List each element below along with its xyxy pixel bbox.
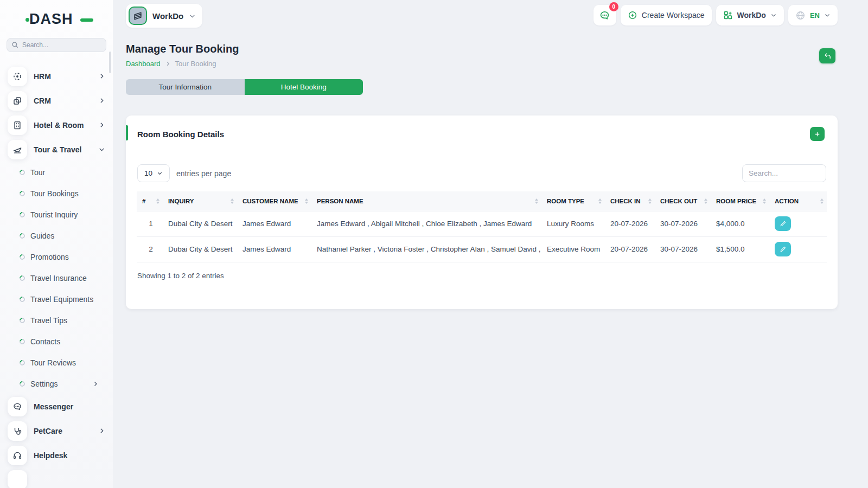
col-header-customer-name[interactable]: CUSTOMER NAME [237,191,311,211]
sidebar-subitem-tour-bookings[interactable]: Tour Bookings [0,183,113,204]
sort-icon [820,198,824,204]
entries-per-page-select[interactable]: 10 [137,164,170,182]
plus-icon [814,131,821,138]
chevron-right-icon [98,121,105,129]
sidebar-search-input[interactable] [22,41,98,49]
grid-plus-icon [723,10,733,20]
topbar: WorkDo 0 Create Workspace WorkDo EN [113,0,868,31]
back-button[interactable] [819,48,835,63]
add-booking-button[interactable] [810,127,825,141]
sidebar-item-petcare[interactable]: PetCare [0,419,113,443]
sidebar-item-hrm[interactable]: HRM [0,64,113,88]
sort-icon [156,198,159,204]
sidebar-item-messenger[interactable]: Messenger [0,394,113,419]
breadcrumb-dashboard-link[interactable]: Dashboard [126,60,161,68]
bullet-icon [18,253,26,260]
card-title: Room Booking Details [137,130,810,139]
create-workspace-button[interactable]: Create Workspace [621,5,712,25]
table-search-input[interactable] [742,164,826,182]
col-header-num[interactable]: # [137,191,163,211]
sidebar-item-crm[interactable]: CRM [0,88,113,113]
plus-circle-icon [628,10,637,20]
workspace-switcher[interactable]: WorkDo [126,4,202,28]
sort-icon [231,198,234,204]
edit-button[interactable] [775,242,791,256]
sidebar-item-helpdesk[interactable]: Helpdesk [0,443,113,467]
workdo-label: WorkDo [737,11,766,20]
sidebar-subitem-travel-tips[interactable]: Travel Tips [0,310,113,331]
sidebar-subitem-contacts[interactable]: Contacts [0,331,113,352]
subitem-label: Travel Equipments [30,295,113,304]
edit-button[interactable] [775,216,791,231]
sidebar: DASH HRM CRM [0,0,113,488]
bullet-icon [18,210,26,218]
petcare-stethoscope-icon [8,421,27,441]
sidebar-subitem-promotions[interactable]: Promotions [0,246,113,267]
cell-customer: James Edward [237,236,311,262]
card-accent-bar [126,125,128,140]
sidebar-item-partial[interactable] [0,467,113,488]
notification-badge: 0 [609,2,618,11]
cell-action [769,211,827,236]
table-row: 2 Dubai City & Desert James Edward Natha… [137,236,827,262]
sidebar-item-hotel-room[interactable]: Hotel & Room [0,113,113,137]
hotel-building-icon [8,115,27,135]
messages-button[interactable]: 0 [593,5,616,25]
cell-check-out: 30-07-2026 [655,211,711,236]
pencil-icon [780,246,787,253]
cell-room-type: Executive Room [541,236,605,262]
table-row: 1 Dubai City & Desert James Edward James… [137,211,827,236]
sidebar-search[interactable] [7,38,106,52]
cell-check-out: 30-07-2026 [655,236,711,262]
page-title: Manage Tour Booking [126,43,239,55]
col-header-check-in[interactable]: CHECK IN [605,191,655,211]
language-selector[interactable]: EN [788,5,838,25]
col-header-inquiry[interactable]: INQUIRY [163,191,237,211]
sidebar-item-tour-travel[interactable]: Tour & Travel [0,137,113,162]
cell-persons: Nathaniel Parker , Victoria Foster , Chr… [311,236,541,262]
brand-logo[interactable]: DASH [29,11,89,28]
cell-price: $1,500.0 [711,236,769,262]
sidebar-item-label: Tour & Travel [34,145,98,154]
sidebar-item-label: Helpdesk [34,451,105,460]
tab-hotel-booking[interactable]: Hotel Booking [245,79,363,95]
crm-icon [8,91,27,111]
pencil-icon [780,220,787,227]
chevron-down-icon [157,170,163,176]
cell-num: 1 [137,211,163,236]
col-header-check-out[interactable]: CHECK OUT [655,191,711,211]
tab-tour-information[interactable]: Tour Information [126,79,245,95]
sidebar-subitem-settings[interactable]: Settings [0,373,113,394]
sort-icon [763,198,766,204]
sidebar-subitem-tour-reviews[interactable]: Tour Reviews [0,352,113,373]
sidebar-scrollbar[interactable] [109,52,111,73]
entries-value: 10 [144,169,152,177]
logo-text: DASH [29,11,73,27]
chevron-down-icon [189,12,196,20]
sidebar-subitem-tour[interactable]: Tour [0,162,113,183]
workdo-apps-button[interactable]: WorkDo [716,5,784,25]
subitem-label: Travel Insurance [30,274,113,282]
cell-price: $4,000.0 [711,211,769,236]
cell-inquiry: Dubai City & Desert [163,236,237,262]
bullet-icon [18,274,26,281]
workspace-name: WorkDo [152,11,183,21]
subitem-label: Tourist Inquiry [30,210,113,219]
return-arrow-icon [824,52,832,60]
sidebar-subitem-travel-equipments[interactable]: Travel Equipments [0,288,113,310]
room-booking-table: # INQUIRY CUSTOMER NAME PERSON NAME ROOM… [137,191,827,262]
travel-plane-icon [8,140,27,159]
bullet-icon [18,168,26,176]
cell-inquiry: Dubai City & Desert [163,211,237,236]
col-header-room-type[interactable]: ROOM TYPE [541,191,605,211]
chevron-right-icon [98,427,105,434]
sidebar-subitem-tourist-inquiry[interactable]: Tourist Inquiry [0,204,113,225]
col-header-person-name[interactable]: PERSON NAME [311,191,541,211]
col-header-room-price[interactable]: ROOM PRICE [711,191,769,211]
subitem-label: Guides [30,232,113,240]
language-code: EN [810,11,820,20]
col-header-action[interactable]: ACTION [769,191,827,211]
sidebar-subitem-travel-insurance[interactable]: Travel Insurance [0,267,113,288]
sidebar-subitem-guides[interactable]: Guides [0,225,113,246]
search-icon [11,41,19,49]
